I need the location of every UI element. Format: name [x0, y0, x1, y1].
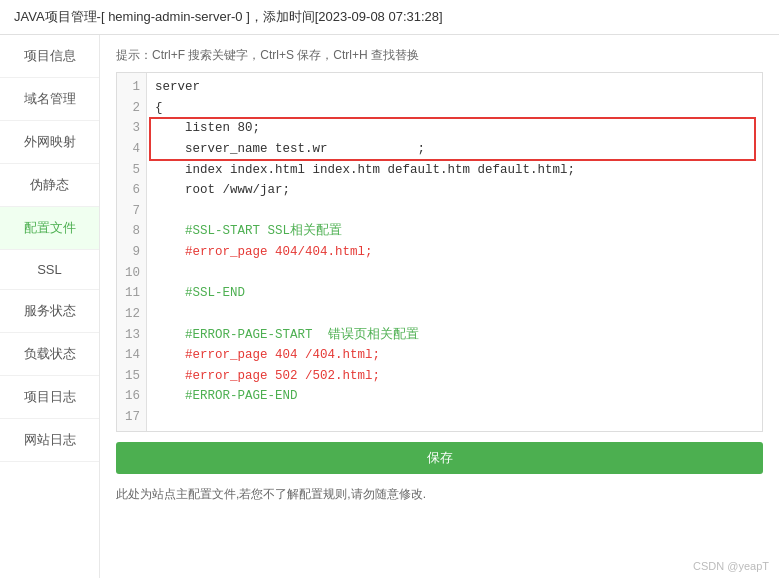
save-button[interactable]: 保存: [116, 442, 763, 474]
sidebar: 项目信息域名管理外网映射伪静态配置文件SSL服务状态负载状态项目日志网站日志: [0, 35, 100, 578]
code-content[interactable]: server{ listen 80; server_name test.wr ;…: [147, 73, 762, 431]
line-num-17: 17: [123, 407, 140, 428]
line-num-9: 9: [123, 242, 140, 263]
code-line-17: [155, 407, 754, 428]
line-num-4: 4: [123, 139, 140, 160]
sidebar-item-project-info[interactable]: 项目信息: [0, 35, 99, 78]
line-num-2: 2: [123, 98, 140, 119]
code-line-3: listen 80;: [155, 118, 754, 139]
code-line-9: #error_page 404/404.html;: [155, 242, 754, 263]
sidebar-item-external-mapping[interactable]: 外网映射: [0, 121, 99, 164]
code-line-13: #ERROR-PAGE-START 错误页相关配置: [155, 325, 754, 346]
code-line-4: server_name test.wr ;: [155, 139, 754, 160]
hint-text: 提示：Ctrl+F 搜索关键字，Ctrl+S 保存，Ctrl+H 查找替换: [116, 47, 763, 64]
footer-note: 此处为站点主配置文件,若您不了解配置规则,请勿随意修改.: [116, 486, 763, 503]
code-line-11: #SSL-END: [155, 283, 754, 304]
line-num-11: 11: [123, 283, 140, 304]
line-numbers: 12345678910111213141516171819202122: [117, 73, 147, 431]
code-line-1: server: [155, 77, 754, 98]
watermark: CSDN @yeapT: [693, 560, 769, 572]
sidebar-item-config-file[interactable]: 配置文件: [0, 207, 99, 250]
sidebar-item-ssl[interactable]: SSL: [0, 250, 99, 290]
line-num-7: 7: [123, 201, 140, 222]
code-line-8: #SSL-START SSL相关配置: [155, 221, 754, 242]
sidebar-item-pseudo-static[interactable]: 伪静态: [0, 164, 99, 207]
line-num-8: 8: [123, 221, 140, 242]
code-line-10: [155, 263, 754, 284]
code-line-6: root /www/jar;: [155, 180, 754, 201]
line-num-3: 3: [123, 118, 140, 139]
line-num-15: 15: [123, 366, 140, 387]
code-editor-wrap: 12345678910111213141516171819202122 serv…: [116, 72, 763, 432]
title-bar: JAVA项目管理-[ heming-admin-server-0 ]，添加时间[…: [0, 0, 779, 35]
line-num-10: 10: [123, 263, 140, 284]
code-line-7: [155, 201, 754, 222]
code-line-12: [155, 304, 754, 325]
sidebar-item-website-log[interactable]: 网站日志: [0, 419, 99, 462]
line-num-13: 13: [123, 325, 140, 346]
code-line-18: [155, 428, 754, 431]
code-line-15: #error_page 502 /502.html;: [155, 366, 754, 387]
line-num-1: 1: [123, 77, 140, 98]
sidebar-item-project-log[interactable]: 项目日志: [0, 376, 99, 419]
line-num-18: 18: [123, 428, 140, 431]
sidebar-item-service-status[interactable]: 服务状态: [0, 290, 99, 333]
code-line-5: index index.html index.htm default.htm d…: [155, 160, 754, 181]
main-content: 提示：Ctrl+F 搜索关键字，Ctrl+S 保存，Ctrl+H 查找替换 12…: [100, 35, 779, 578]
sidebar-item-domain-management[interactable]: 域名管理: [0, 78, 99, 121]
code-line-14: #error_page 404 /404.html;: [155, 345, 754, 366]
code-line-2: {: [155, 98, 754, 119]
line-num-16: 16: [123, 386, 140, 407]
line-num-6: 6: [123, 180, 140, 201]
line-num-14: 14: [123, 345, 140, 366]
line-num-5: 5: [123, 160, 140, 181]
line-num-12: 12: [123, 304, 140, 325]
sidebar-item-load-status[interactable]: 负载状态: [0, 333, 99, 376]
title-text: JAVA项目管理-[ heming-admin-server-0 ]，添加时间[…: [14, 9, 443, 24]
code-line-16: #ERROR-PAGE-END: [155, 386, 754, 407]
code-editor[interactable]: 12345678910111213141516171819202122 serv…: [117, 73, 762, 431]
